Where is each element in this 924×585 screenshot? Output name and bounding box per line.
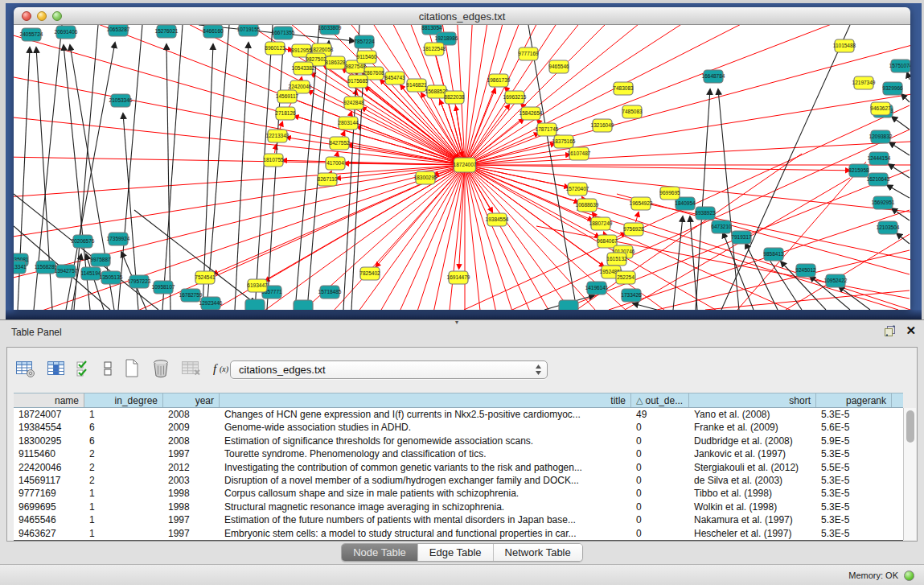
row-height-icon[interactable] [103, 359, 113, 378]
table-cell[interactable]: 1997 [163, 527, 220, 540]
graph-node[interactable]: 3913341 [14, 261, 27, 274]
table-cell[interactable]: 22420046 [14, 461, 84, 474]
graph-node[interactable]: 9329966 [882, 82, 903, 95]
graph-node[interactable]: 13505135 [100, 271, 123, 284]
table-cell[interactable]: Corpus callosum shape and size in male p… [220, 487, 631, 500]
table-cell[interactable]: 19384554 [14, 421, 84, 434]
show-columns-icon[interactable] [47, 359, 66, 378]
graph-node[interactable]: 24055724 [20, 28, 43, 41]
graph-node[interactable]: 9146821 [406, 79, 427, 92]
graph-node[interactable]: 9858413 [763, 248, 784, 261]
table-cell[interactable]: 0 [631, 513, 689, 526]
network-canvas[interactable]: 2405572420691406106532871527602184661601… [14, 25, 910, 310]
graph-node[interactable]: 8215958 [848, 164, 869, 177]
table-cell[interactable]: Yano et al. (2008) [689, 408, 816, 421]
graph-node[interactable]: 12923446 [199, 297, 223, 310]
graph-node[interactable]: 13216049 [591, 119, 614, 132]
graph-node[interactable]: 8938923 [695, 207, 716, 220]
table-cell[interactable]: 5.3E-5 [816, 501, 892, 513]
graph-node[interactable]: 12093832 [869, 130, 893, 143]
graph-node[interactable]: 20691406 [55, 26, 78, 39]
graph-node[interactable]: 18724007 [454, 158, 477, 172]
graph-node[interactable]: 10719155 [237, 25, 261, 36]
table-cell[interactable]: 18724007 [14, 408, 84, 421]
graph-node[interactable]: 20206576 [72, 235, 95, 248]
graph-node[interactable]: 7919317 [731, 231, 752, 244]
table-cell[interactable]: 6 [84, 421, 163, 434]
table-cell[interactable]: 5.3E-5 [816, 474, 892, 487]
table-cell[interactable]: 2009 [163, 421, 220, 434]
table-cell[interactable]: 0 [631, 447, 689, 460]
column-header-pagerank[interactable]: pagerank [816, 393, 892, 407]
graph-node[interactable]: 17359924 [107, 233, 130, 245]
table-cell[interactable]: 9463627 [14, 527, 84, 540]
graph-node[interactable] [559, 300, 578, 310]
table-cell[interactable]: 1997 [163, 513, 220, 526]
network-graph[interactable]: 2405572420691406106532871527602184661601… [14, 25, 910, 310]
graph-node[interactable]: 8454743 [384, 72, 405, 84]
table-cell[interactable]: Investigating the contribution of common… [220, 461, 631, 474]
table-cell[interactable]: Tourette syndrome. Phenomenology and cla… [220, 447, 631, 460]
memory-status-indicator[interactable] [904, 571, 914, 581]
graph-node[interactable]: 17957223 [128, 275, 151, 288]
table-cell[interactable]: Stergiakouli et al. (2012) [689, 461, 816, 474]
table-cell[interactable]: 9465546 [14, 513, 84, 526]
graph-node[interactable]: 417004 [326, 157, 345, 170]
graph-node[interactable]: 16648784 [702, 70, 725, 83]
table-cell[interactable]: Embryonic stem cells: a model to study s… [220, 527, 631, 540]
table-row[interactable]: 969969511998Structural magnetic resonanc… [14, 501, 903, 513]
graph-node[interactable]: 252254 [616, 271, 635, 284]
table-cell[interactable]: 5.3E-5 [816, 527, 892, 540]
graph-node[interactable]: 19861739 [487, 74, 511, 87]
graph-node[interactable] [294, 300, 313, 310]
graph-node[interactable]: 9777169 [518, 47, 539, 60]
table-row[interactable]: 1830029562008Estimation of significance … [14, 435, 903, 447]
graph-node[interactable]: 16210643 [867, 173, 890, 186]
graph-node[interactable]: 18300295 [414, 171, 437, 184]
table-cell[interactable]: 2 [84, 461, 163, 474]
close-panel-icon[interactable]: ✕ [906, 325, 916, 336]
graph-node[interactable]: 10653287 [107, 25, 130, 36]
graph-node[interactable]: 18122548 [423, 43, 446, 56]
tab-node-table[interactable]: Node Table [342, 544, 418, 561]
table-cell[interactable]: 14569117 [14, 474, 84, 487]
table-cell[interactable]: 9115460 [14, 447, 84, 460]
table-cell[interactable]: 2003 [163, 474, 220, 487]
table-cell[interactable]: Tibbo et al. (1998) [689, 487, 816, 500]
table-cell[interactable]: Disruption of a novel member of a sodium… [220, 474, 631, 487]
table-cell[interactable]: 1997 [163, 447, 220, 460]
table-cell[interactable]: 0 [631, 487, 689, 500]
graph-node[interactable]: 21053346 [109, 94, 133, 107]
graph-node[interactable]: 9242848 [343, 97, 364, 109]
table-row[interactable]: 911546021997Tourette syndrome. Phenomeno… [14, 447, 903, 460]
table-cell[interactable]: 2008 [163, 435, 220, 447]
table-selector-dropdown[interactable]: citations_edges.txt [230, 360, 548, 379]
new-document-icon[interactable] [123, 358, 141, 379]
table-cell[interactable]: Jankovic et al. (1997) [689, 447, 816, 460]
table-cell[interactable]: 2 [84, 447, 163, 460]
column-header-short[interactable]: short [689, 393, 816, 407]
table-cell[interactable]: 1998 [163, 487, 220, 500]
graph-node[interactable]: 19654923 [630, 197, 653, 210]
table-cell[interactable]: 2008 [163, 408, 220, 421]
graph-node[interactable]: 19384554 [486, 213, 509, 226]
graph-node[interactable]: 12213343 [266, 130, 290, 142]
graph-node[interactable]: 8822038 [444, 91, 465, 104]
graph-node[interactable]: 16914479 [447, 271, 470, 284]
graph-node[interactable]: 9175685 [347, 75, 368, 88]
table-cell[interactable]: Changes of HCN gene expression and I(f) … [220, 408, 631, 421]
graph-node[interactable]: 1810755 [263, 154, 284, 167]
graph-node[interactable]: 7825402 [359, 267, 380, 280]
table-cell[interactable]: 2012 [163, 461, 220, 474]
table-cell[interactable]: 0 [631, 501, 689, 513]
table-cell[interactable]: 0 [631, 435, 689, 447]
graph-node[interactable]: 16033809 [318, 25, 342, 35]
graph-node[interactable]: 14196141 [585, 282, 609, 295]
table-cell[interactable]: Dudbridge et al. (2008) [689, 435, 816, 447]
table-row[interactable]: 1872400712008Changes of HCN gene express… [14, 408, 903, 421]
graph-node[interactable]: 15718485 [318, 286, 342, 299]
table-row[interactable]: 1938455462009Genome-wide association stu… [14, 421, 903, 434]
graph-node[interactable]: 2803144 [338, 117, 359, 130]
column-header-title[interactable]: title [220, 393, 631, 407]
graph-node[interactable]: 9699695 [659, 187, 680, 200]
